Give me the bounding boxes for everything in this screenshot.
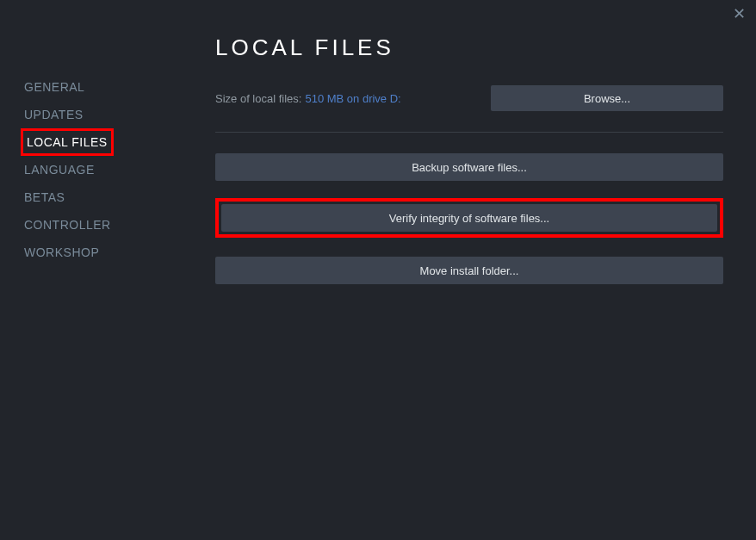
sidebar-item-general[interactable]: GENERAL <box>21 73 172 101</box>
sidebar: GENERAL UPDATES LOCAL FILES LANGUAGE BET… <box>0 0 172 540</box>
browse-button[interactable]: Browse... <box>491 85 723 111</box>
properties-dialog: GENERAL UPDATES LOCAL FILES LANGUAGE BET… <box>0 0 756 540</box>
sidebar-item-controller[interactable]: CONTROLLER <box>21 211 172 239</box>
sidebar-item-betas[interactable]: BETAS <box>21 183 172 211</box>
size-row: Size of local files: 510 MB on drive D: … <box>215 85 723 111</box>
sidebar-item-updates[interactable]: UPDATES <box>21 101 172 128</box>
verify-highlight: Verify integrity of software files... <box>215 198 723 238</box>
size-label: Size of local files: <box>215 92 301 105</box>
page-title: LOCAL FILES <box>215 34 723 61</box>
close-icon[interactable]: ✕ <box>732 7 746 21</box>
main-panel: LOCAL FILES Size of local files: 510 MB … <box>172 0 756 540</box>
backup-button[interactable]: Backup software files... <box>215 153 723 181</box>
divider <box>215 132 723 133</box>
size-value: 510 MB on drive D: <box>305 92 400 105</box>
sidebar-item-language[interactable]: LANGUAGE <box>21 156 172 183</box>
sidebar-item-workshop[interactable]: WORKSHOP <box>21 239 172 266</box>
sidebar-item-local-files[interactable]: LOCAL FILES <box>21 128 114 156</box>
verify-integrity-button[interactable]: Verify integrity of software files... <box>221 204 717 232</box>
move-folder-button[interactable]: Move install folder... <box>215 257 723 284</box>
